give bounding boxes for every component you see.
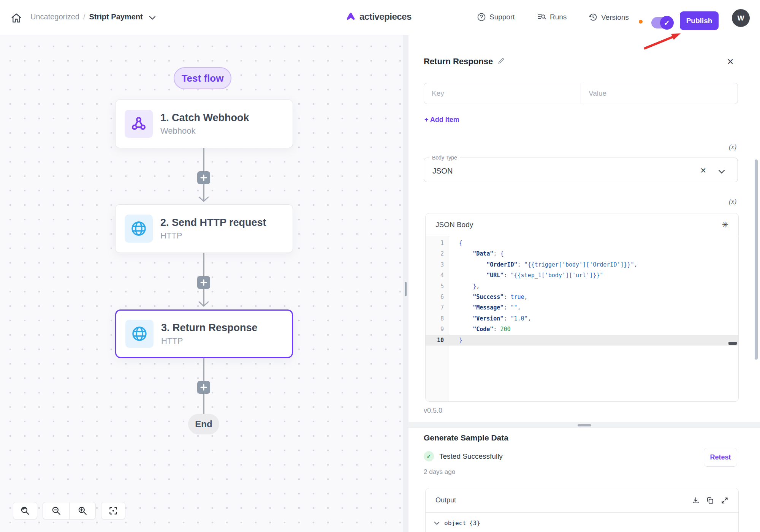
code-editor[interactable]: 1{2 "Data": {3 "OrderID": "{{trigger['bo…: [426, 236, 738, 401]
clear-selection-icon[interactable]: ✕: [700, 166, 706, 175]
toggle-check-icon: ✓: [660, 16, 674, 30]
dropdown-caret-icon[interactable]: [719, 168, 725, 175]
publish-button[interactable]: Publish: [680, 11, 719, 30]
add-step-button[interactable]: [197, 171, 210, 184]
ai-assist-icon[interactable]: ✳: [722, 220, 728, 229]
globe-icon: [125, 215, 153, 243]
code-line: 6 "Success": true,: [426, 292, 738, 302]
section-resize-divider[interactable]: [408, 422, 760, 428]
app-window: Uncategorized / Stript Payment activepie…: [0, 0, 760, 532]
nav-support-label: Support: [489, 13, 515, 21]
editor-scrollbar-thumb[interactable]: [728, 342, 737, 345]
expand-icon[interactable]: [721, 497, 728, 504]
edge-arrowhead: [198, 301, 209, 309]
download-icon[interactable]: [692, 497, 700, 504]
canvas-zoom-toolbar: [13, 502, 125, 519]
panel-resize-splitter[interactable]: [403, 35, 408, 532]
json-body-header: JSON Body ✳: [426, 213, 738, 236]
reset-zoom-icon: [20, 506, 30, 516]
test-status-row: ✓ Tested Successfully: [424, 451, 503, 461]
globe-icon: [125, 320, 154, 348]
panel-title-row: Return Response: [424, 57, 505, 66]
flow-enabled-toggle[interactable]: ✓: [651, 17, 673, 28]
reset-zoom-button[interactable]: [13, 502, 37, 519]
divider-drag-handle[interactable]: [578, 424, 591, 426]
flow-canvas[interactable]: Test flow 1. Catch Webhook Webhook: [0, 35, 403, 532]
breadcrumb-flow-name[interactable]: Stript Payment: [89, 13, 143, 21]
output-tree-root[interactable]: object {3}: [426, 513, 738, 527]
code-line: 10}: [426, 335, 738, 346]
tree-node-count: {3}: [469, 519, 480, 527]
flow-node-catch-webhook[interactable]: 1. Catch Webhook Webhook: [115, 99, 293, 148]
zoom-out-button[interactable]: [43, 502, 69, 519]
close-panel-icon[interactable]: ✕: [726, 57, 735, 66]
code-line: 8 "Version": "1.0",: [426, 313, 738, 324]
breadcrumb-category[interactable]: Uncategorized: [30, 13, 79, 21]
add-item-link[interactable]: + Add Item: [424, 116, 459, 124]
history-icon: [588, 13, 598, 22]
nav-versions[interactable]: Versions: [588, 13, 629, 22]
flow-node-return-response[interactable]: 3. Return Response HTTP: [115, 309, 293, 358]
user-avatar[interactable]: W: [732, 9, 750, 27]
test-timestamp: 2 days ago: [424, 468, 455, 476]
panel-scrollbar-thumb[interactable]: [755, 159, 758, 360]
copy-icon[interactable]: [706, 497, 714, 504]
node-title: 3. Return Response: [161, 322, 258, 334]
body-type-select[interactable]: Body Type JSON ✕: [424, 155, 738, 182]
headers-key-value-row: [424, 83, 738, 104]
add-step-button[interactable]: [197, 381, 210, 394]
question-circle-icon: [477, 13, 486, 22]
edge-arrowhead: [198, 196, 209, 204]
insert-variable-icon[interactable]: (x): [729, 143, 736, 151]
output-actions: [692, 497, 728, 504]
chevron-down-icon[interactable]: [149, 13, 156, 22]
nav-support[interactable]: Support: [477, 13, 515, 22]
output-card: Output object {3}: [425, 488, 739, 532]
code-line: 1{: [426, 238, 738, 248]
nav-versions-label: Versions: [601, 13, 629, 22]
brand-logo: activepieces: [346, 11, 412, 22]
brand-name: activepieces: [359, 11, 412, 22]
code-line: 9 "Code": 200: [426, 324, 738, 335]
home-icon[interactable]: [11, 13, 22, 24]
panel-title: Return Response: [424, 57, 493, 66]
nav-runs[interactable]: Runs: [537, 13, 567, 22]
flow-end-badge: End: [188, 414, 219, 434]
test-flow-button[interactable]: Test flow: [174, 67, 231, 89]
node-subtitle: HTTP: [161, 336, 258, 346]
breadcrumb: Uncategorized / Stript Payment: [30, 12, 156, 22]
zoom-in-button[interactable]: [69, 502, 96, 519]
code-lines[interactable]: 1{2 "Data": {3 "OrderID": "{{trigger['bo…: [426, 238, 738, 346]
versions-unsaved-dot: [639, 20, 643, 24]
activepieces-logo-icon: [346, 12, 356, 22]
piece-version: v0.5.0: [424, 407, 442, 415]
splitter-handle[interactable]: [405, 282, 407, 296]
body-type-label: Body Type: [429, 155, 460, 161]
node-title: 2. Send HTTP request: [160, 217, 266, 229]
insert-variable-icon[interactable]: (x): [729, 198, 736, 206]
fit-view-icon: [108, 506, 118, 516]
runs-icon: [537, 13, 546, 22]
flow-node-send-http[interactable]: 2. Send HTTP request HTTP: [115, 204, 293, 253]
value-input[interactable]: [581, 83, 738, 104]
test-status-text: Tested Successfully: [439, 452, 503, 461]
code-line: 4 "URL": "{{step_1['body']['url']}}": [426, 270, 738, 281]
fit-view-button[interactable]: [101, 502, 125, 519]
zoom-group: [43, 502, 96, 519]
breadcrumb-separator: /: [83, 13, 86, 21]
top-bar: Uncategorized / Stript Payment activepie…: [0, 0, 760, 35]
node-subtitle: HTTP: [160, 231, 266, 241]
json-body-label: JSON Body: [435, 221, 473, 229]
node-title: 1. Catch Webhook: [160, 112, 249, 124]
output-label: Output: [435, 496, 456, 504]
retest-button[interactable]: Retest: [704, 448, 737, 467]
code-line: 2 "Data": {: [426, 248, 738, 259]
edit-name-icon[interactable]: [497, 57, 505, 66]
step-settings-panel: Return Response ✕ + Add Item (x) Body Ty…: [408, 35, 760, 532]
add-step-button[interactable]: [197, 276, 210, 289]
key-input[interactable]: [424, 83, 581, 104]
node-subtitle: Webhook: [160, 126, 249, 136]
output-header: Output: [426, 488, 738, 513]
sample-data-heading: Generate Sample Data: [424, 433, 508, 442]
zoom-in-icon: [78, 506, 87, 516]
